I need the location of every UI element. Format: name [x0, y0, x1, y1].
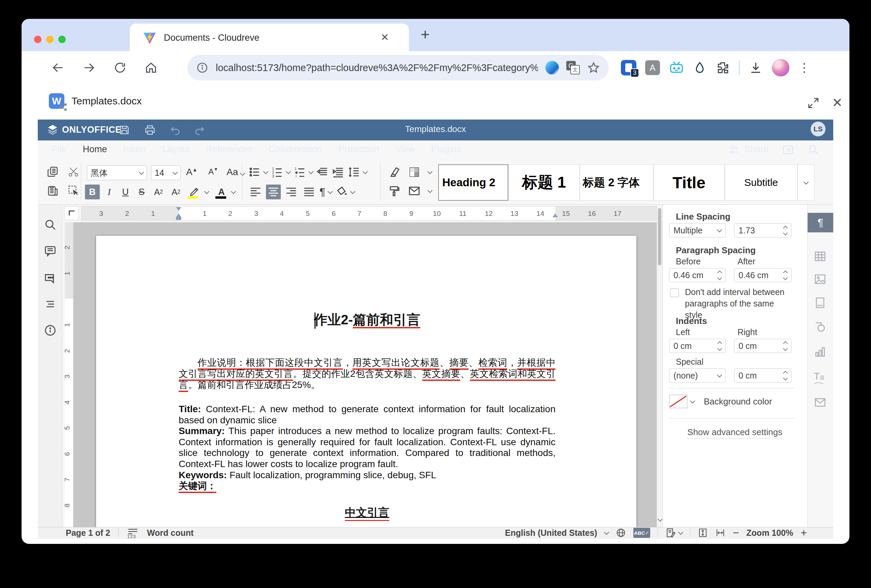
special-select[interactable]: (none) — [669, 369, 726, 382]
tab-stop-selector[interactable] — [64, 206, 79, 220]
tab-close-icon[interactable]: ✕ — [380, 31, 389, 43]
close-modal-icon[interactable]: ✕ — [832, 95, 843, 110]
document-page[interactable]: 作业2-篇前和引言 作业说明：根据下面这段中文引言，用英文写出论文标题、摘要、检… — [96, 236, 636, 527]
share-button[interactable]: Share — [728, 143, 769, 155]
url-text[interactable]: localhost:5173/home?path=cloudreve%3A%2F… — [216, 62, 538, 73]
tab-file[interactable]: File — [44, 140, 75, 158]
headerfooter-settings-tab[interactable] — [814, 296, 826, 309]
interval-checkbox[interactable] — [670, 288, 679, 297]
spinner-arrows[interactable] — [784, 226, 787, 235]
zoom-out-button[interactable]: − — [733, 527, 739, 539]
undo-icon[interactable] — [169, 125, 181, 136]
bold-button[interactable]: B — [85, 185, 100, 199]
bookmark-star-icon[interactable] — [587, 61, 600, 74]
multilevel-dropdown-icon[interactable] — [308, 169, 314, 174]
chat-icon[interactable] — [44, 272, 57, 284]
style-subtitle[interactable]: Subtitle — [725, 164, 798, 201]
background-color-dropdown-icon[interactable] — [690, 398, 695, 403]
save-icon[interactable] — [119, 124, 130, 136]
page-indicator[interactable]: Page 1 of 2 — [66, 528, 110, 538]
style-heading1-cn[interactable]: 标题 1 — [508, 164, 580, 201]
background-color-control[interactable]: Background color — [669, 395, 772, 408]
paragraph-settings-tab[interactable]: ¶ — [808, 213, 833, 232]
hanging-indent-marker[interactable] — [176, 213, 181, 217]
tab-view[interactable]: View — [387, 140, 423, 158]
set-language-globe-icon[interactable] — [616, 528, 626, 538]
page-info-icon[interactable] — [196, 62, 208, 74]
language-select[interactable]: English (United States) — [505, 528, 597, 538]
minimize-window-button[interactable] — [46, 36, 54, 43]
scroll-down-icon[interactable] — [658, 516, 663, 522]
shape-settings-tab[interactable] — [814, 321, 826, 333]
textart-settings-tab[interactable]: Ta — [814, 370, 824, 385]
find-icon[interactable] — [44, 218, 57, 231]
style-gallery-expand-icon[interactable] — [798, 164, 814, 201]
chart-settings-tab[interactable] — [814, 346, 826, 358]
forward-icon[interactable] — [82, 61, 96, 75]
nonprinting-dropdown-icon[interactable] — [328, 189, 333, 194]
shading-dropdown-icon[interactable] — [350, 189, 356, 194]
font-color-dropdown-icon[interactable] — [231, 189, 236, 194]
paste-icon[interactable] — [46, 185, 58, 197]
style-title[interactable]: Title — [653, 164, 725, 201]
table-settings-tab[interactable] — [814, 250, 826, 263]
comments-icon[interactable] — [44, 245, 57, 257]
about-info-icon[interactable] — [44, 324, 57, 337]
close-window-button[interactable] — [34, 36, 42, 43]
underline-button[interactable]: U — [119, 185, 132, 199]
document-scrollbar[interactable] — [657, 206, 662, 527]
cut-icon[interactable] — [67, 166, 79, 178]
tab-home[interactable]: Home — [75, 140, 115, 158]
zoom-in-button[interactable]: + — [801, 527, 807, 539]
highlight-color-button[interactable] — [186, 185, 202, 199]
font-name-select[interactable]: 黑体 — [87, 166, 147, 180]
left-indent-marker[interactable] — [176, 217, 181, 220]
tab-layout[interactable]: Layout — [154, 140, 198, 158]
browser-menu-icon[interactable]: ⋮ — [798, 61, 810, 75]
search-icon[interactable] — [808, 144, 819, 155]
strikethrough-button[interactable]: S — [135, 185, 148, 199]
extension-sphere-icon[interactable] — [545, 61, 559, 75]
increase-font-icon[interactable]: A▲ — [186, 167, 198, 178]
tab-insert[interactable]: Insert — [115, 140, 154, 158]
align-center-icon[interactable] — [266, 185, 281, 199]
justify-icon[interactable] — [302, 185, 317, 199]
font-size-select[interactable]: 14 — [151, 166, 181, 180]
line-spacing-amount[interactable]: 1.73 — [734, 223, 792, 237]
line-spacing-icon[interactable] — [347, 166, 360, 179]
bilibili-extension-icon[interactable] — [669, 60, 684, 75]
print-icon[interactable] — [144, 124, 156, 136]
multilevel-list-icon[interactable]: 1i — [293, 166, 306, 179]
back-icon[interactable] — [51, 61, 65, 75]
document-canvas[interactable]: 作业2-篇前和引言 作业说明：根据下面这段中文引言，用英文写出论文标题、摘要、检… — [73, 222, 657, 527]
extensions-puzzle-icon[interactable] — [715, 60, 730, 75]
numbered-list-icon[interactable]: 123 — [271, 166, 283, 179]
decrease-font-icon[interactable]: A▼ — [208, 167, 218, 176]
expand-modal-icon[interactable] — [807, 97, 819, 109]
translate-icon[interactable]: G 文 — [566, 61, 580, 75]
home-icon[interactable] — [144, 61, 158, 75]
downloads-icon[interactable] — [748, 60, 763, 75]
fit-page-icon[interactable] — [698, 528, 708, 538]
italic-button[interactable]: I — [102, 185, 116, 199]
track-changes-button[interactable] — [665, 527, 682, 538]
new-tab-button[interactable]: + — [421, 25, 430, 43]
align-left-icon[interactable] — [248, 185, 263, 199]
horizontal-ruler[interactable]: 3 2 1 1 2 3 4 5 6 7 8 9 10 11 12 13 14 1… — [81, 206, 657, 221]
spacing-before-input[interactable]: 0.46 cm — [669, 268, 726, 282]
language-dropdown-icon[interactable] — [604, 530, 609, 535]
redo-icon[interactable] — [194, 125, 205, 136]
copy-style-icon[interactable] — [388, 185, 400, 197]
decrease-indent-icon[interactable] — [316, 166, 329, 179]
clear-style-icon[interactable] — [388, 166, 400, 179]
zoom-level[interactable]: Zoom 100% — [746, 528, 793, 538]
address-bar[interactable]: localhost:5173/home?path=cloudreve%3A%2F… — [187, 55, 609, 81]
background-color-swatch[interactable] — [669, 395, 687, 408]
tab-collaboration[interactable]: Collaboration — [260, 140, 330, 158]
nonprinting-chars-icon[interactable]: ¶ — [320, 186, 325, 198]
mail-merge-dropdown-icon[interactable] — [427, 188, 433, 193]
mail-merge-icon[interactable] — [408, 185, 421, 197]
open-file-location-icon[interactable] — [782, 143, 794, 155]
spellcheck-toggle[interactable]: ABC✓ — [633, 528, 650, 538]
tab-protection[interactable]: Protection — [330, 140, 387, 158]
